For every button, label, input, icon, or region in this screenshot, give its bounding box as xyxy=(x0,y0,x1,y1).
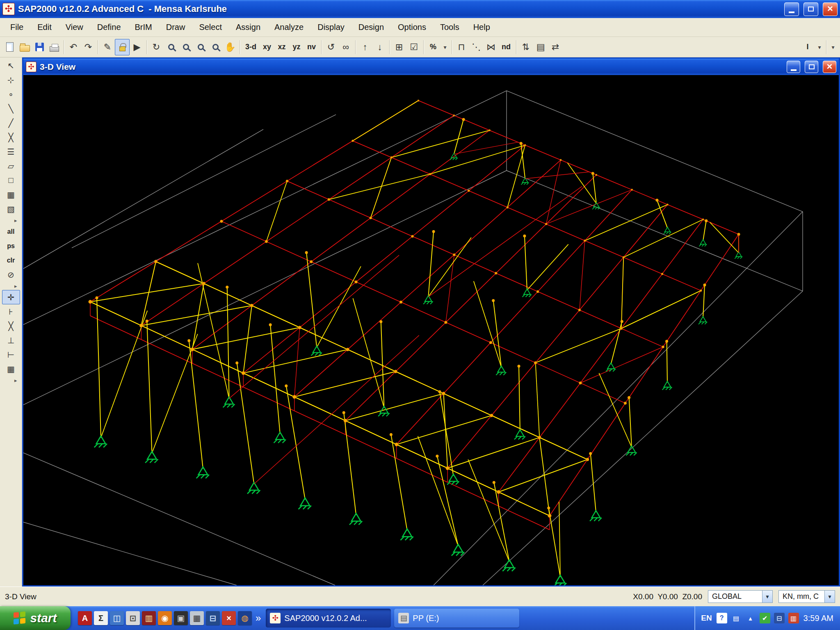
language-indicator[interactable]: EN xyxy=(701,614,712,623)
snap-to-grid-button[interactable]: ▦ xyxy=(2,362,20,376)
view-3d-button[interactable]: 3-d xyxy=(242,39,260,55)
select-all-button[interactable]: all xyxy=(2,224,20,239)
restore-full-view-button[interactable] xyxy=(178,39,193,55)
more-display-tools-dropdown[interactable]: ▾ xyxy=(441,39,450,55)
quick-draw-area-button[interactable]: ▦ xyxy=(2,187,20,202)
menu-design[interactable]: Design xyxy=(352,20,391,34)
taskbar-clock[interactable]: 3:59 AM xyxy=(803,614,833,623)
quicklaunch-acrobat-icon[interactable]: A xyxy=(78,611,92,625)
assign-frame-button[interactable]: ▤ xyxy=(533,39,548,55)
quicklaunch-book-icon[interactable]: ▥ xyxy=(142,611,156,625)
snap-to-intersections-button[interactable]: ╳ xyxy=(2,319,20,333)
draw-special-joint-button[interactable]: ∘ xyxy=(2,87,20,101)
menu-options[interactable]: Options xyxy=(391,20,433,34)
view-restore-button[interactable] xyxy=(805,61,818,73)
open-file-button[interactable] xyxy=(17,39,32,55)
clear-selection-button[interactable]: clr xyxy=(2,253,20,267)
menu-analyze[interactable]: Analyze xyxy=(267,20,310,34)
quicklaunch-film-icon[interactable]: ▣ xyxy=(174,611,188,625)
print-button[interactable] xyxy=(47,39,62,55)
draw-diagonal-tool-button[interactable]: ⋱ xyxy=(469,39,484,55)
snap-to-midpoints-button[interactable]: ⊦ xyxy=(2,304,20,319)
run-analysis-button[interactable]: ▶ xyxy=(130,39,144,55)
draw-rect-area-button[interactable]: □ xyxy=(2,173,20,187)
zoom-out-one-step-button[interactable] xyxy=(208,39,223,55)
coordinate-system-select[interactable]: GLOBAL ▼ xyxy=(708,590,773,603)
draw-bowtie-tool-button[interactable]: ⋈ xyxy=(484,39,498,55)
refresh-view-button[interactable]: ↻ xyxy=(149,39,164,55)
tray-display-icon[interactable]: ⊟ xyxy=(774,613,785,623)
expand-draw-tools-button[interactable]: ▸ xyxy=(2,216,20,224)
task-pp-drive[interactable]: ▤PP (E:) xyxy=(394,609,519,628)
view-yz-button[interactable]: yz xyxy=(289,39,304,55)
perspective-toggle-button[interactable]: ∞ xyxy=(338,39,353,55)
menu-edit[interactable]: Edit xyxy=(30,20,58,34)
object-shrink-toggle-button[interactable]: ⊞ xyxy=(392,39,406,55)
menu-display[interactable]: Display xyxy=(310,20,352,34)
save-model-button[interactable] xyxy=(32,39,47,55)
view-xz-button[interactable]: xz xyxy=(274,39,289,55)
expand-snap-tools-button[interactable]: ▸ xyxy=(2,376,20,384)
snap-to-perpendicular-button[interactable]: ⊥ xyxy=(2,333,20,347)
menu-file[interactable]: File xyxy=(3,20,30,34)
menu-help[interactable]: Help xyxy=(466,20,497,34)
quicklaunch-printer-icon[interactable]: ⊡ xyxy=(126,611,140,625)
view-nv-button[interactable]: nv xyxy=(304,39,319,55)
draw-frame-button[interactable]: ╲ xyxy=(2,101,20,116)
quick-draw-secondary-beams-button[interactable]: ☰ xyxy=(2,144,20,159)
percent-button[interactable]: % xyxy=(426,39,441,55)
tray-hide-icon[interactable]: ▴ xyxy=(745,613,756,623)
view-minimize-button[interactable] xyxy=(787,61,800,73)
draw-rect-tool-button[interactable]: ⊓ xyxy=(454,39,469,55)
quicklaunch-overflow-chevron[interactable]: » xyxy=(254,612,262,624)
menu-select[interactable]: Select xyxy=(192,20,229,34)
redo-button[interactable]: ↷ xyxy=(81,39,96,55)
reshape-object-button[interactable]: ⊹ xyxy=(2,73,20,87)
snap-to-joints-button[interactable]: ✛ xyxy=(2,290,20,304)
expand-select-tools-button[interactable]: ▸ xyxy=(2,282,20,290)
quicklaunch-sigma-icon[interactable]: Σ xyxy=(94,611,108,625)
menu-define[interactable]: Define xyxy=(90,20,128,34)
tray-help-icon[interactable]: ? xyxy=(717,613,727,623)
quicklaunch-media-icon[interactable]: ◉ xyxy=(158,611,172,625)
quicklaunch-close-x-icon[interactable]: × xyxy=(222,611,236,625)
edit-pencil-button[interactable]: ✎ xyxy=(100,39,115,55)
tray-update-shield-icon[interactable]: ✔ xyxy=(760,613,770,623)
move-up-in-list-button[interactable]: ↑ xyxy=(358,39,372,55)
quick-draw-frame-button[interactable]: ╱ xyxy=(2,116,20,130)
menu-brim[interactable]: BrIM xyxy=(128,20,159,34)
assign-joint-button[interactable]: ⇅ xyxy=(518,39,533,55)
rotate-3d-view-button[interactable]: ↺ xyxy=(324,39,338,55)
quicklaunch-viewer-icon[interactable]: ◫ xyxy=(110,611,124,625)
previous-selection-button[interactable]: ps xyxy=(2,239,20,253)
tray-network-icon[interactable]: ▥ xyxy=(788,613,799,623)
invert-selection-button[interactable]: ⊘ xyxy=(2,267,20,282)
nd-button[interactable]: nd xyxy=(498,39,514,55)
quicklaunch-browser-icon[interactable]: ◍ xyxy=(238,611,252,625)
start-button[interactable]: start xyxy=(0,606,71,630)
menu-draw[interactable]: Draw xyxy=(159,20,192,34)
undo-button[interactable]: ↶ xyxy=(66,39,81,55)
close-button[interactable]: × xyxy=(823,2,838,16)
section-cut-dropdown[interactable]: ▾ xyxy=(815,39,824,55)
assign-area-button[interactable]: ⇄ xyxy=(548,39,563,55)
move-down-in-list-button[interactable]: ↓ xyxy=(372,39,387,55)
tray-keyboard-icon[interactable]: ▤ xyxy=(731,613,742,623)
view-close-button[interactable]: × xyxy=(823,61,836,73)
new-model-button[interactable] xyxy=(2,39,17,55)
quick-draw-braces-button[interactable]: ╳ xyxy=(2,130,20,144)
minimize-button[interactable] xyxy=(784,2,799,16)
pointer-select-button[interactable]: ↖ xyxy=(2,58,20,73)
menu-assign[interactable]: Assign xyxy=(229,20,267,34)
quicklaunch-display-icon[interactable]: ⊟ xyxy=(206,611,220,625)
view-xy-button[interactable]: xy xyxy=(260,39,274,55)
lock-model-button[interactable] xyxy=(115,39,130,55)
restore-button[interactable] xyxy=(803,2,818,16)
rubber-band-zoom-button[interactable] xyxy=(164,39,178,55)
quicklaunch-calculator-icon[interactable]: ▦ xyxy=(190,611,204,625)
zoom-in-one-step-button[interactable] xyxy=(193,39,208,55)
units-select[interactable]: KN, mm, C ▼ xyxy=(778,590,835,603)
menu-view[interactable]: View xyxy=(59,20,90,34)
task-sap2000[interactable]: ✣SAP2000 v12.0.2 Ad... xyxy=(266,609,391,628)
snap-to-lines-button[interactable]: ⊢ xyxy=(2,347,20,362)
